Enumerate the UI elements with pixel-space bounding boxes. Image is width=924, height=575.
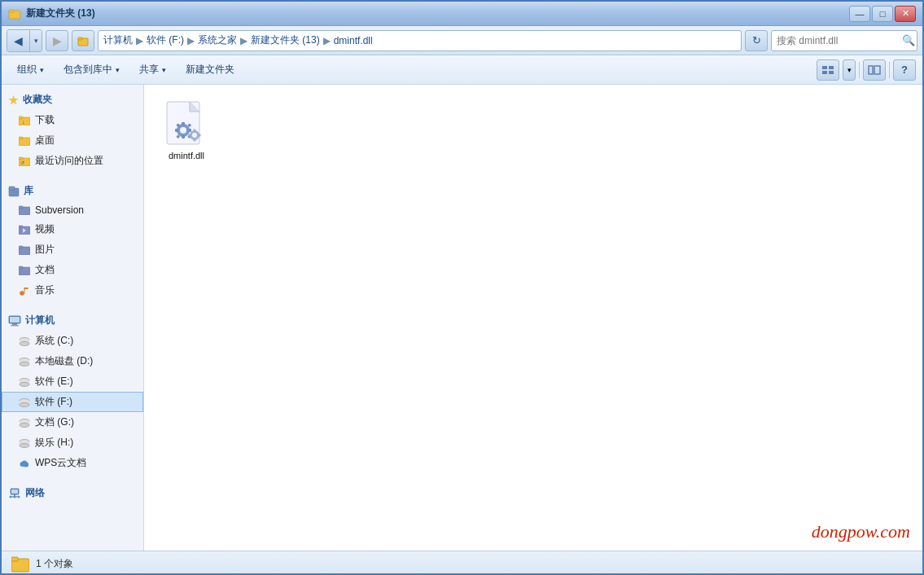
search-bar[interactable]: 🔍 <box>771 30 917 51</box>
video-icon <box>19 225 30 235</box>
e-drive-label: 软件 (E:) <box>35 375 73 388</box>
view-dropdown-button[interactable]: ▾ <box>843 59 856 81</box>
toolbar-divider-1 <box>859 62 860 78</box>
svg-rect-34 <box>12 323 17 325</box>
svg-point-47 <box>20 402 29 406</box>
up-icon <box>77 35 89 46</box>
back-button[interactable]: ◀ <box>7 30 30 51</box>
svg-rect-6 <box>822 71 827 74</box>
document-label: 文档 <box>35 263 55 277</box>
svg-rect-59 <box>11 489 18 494</box>
sidebar-item-c-drive[interactable]: 系统 (C:) <box>2 331 143 351</box>
organize-dropdown-icon: ▾ <box>40 66 44 74</box>
sidebar-item-download[interactable]: ↓ 下载 <box>2 110 143 130</box>
sidebar-item-subversion[interactable]: Subversion <box>2 201 143 219</box>
refresh-button[interactable]: ↻ <box>745 30 768 51</box>
maximize-button[interactable]: □ <box>872 6 893 22</box>
sidebar-item-f-drive[interactable]: 软件 (F:) <box>2 392 143 412</box>
sidebar-item-g-drive[interactable]: 文档 (G:) <box>2 412 143 432</box>
sidebar-item-video[interactable]: 视频 <box>2 219 143 239</box>
pane-toggle-button[interactable] <box>863 59 886 81</box>
breadcrumb-f-drive[interactable]: 软件 (F:) <box>147 33 184 47</box>
sidebar-item-d-drive[interactable]: 本地磁盘 (D:) <box>2 351 143 371</box>
music-icon <box>19 286 30 296</box>
f-drive-icon <box>19 397 30 407</box>
toolbar-right: ▾ ? <box>817 59 916 81</box>
minimize-button[interactable]: — <box>849 6 870 22</box>
sidebar-item-picture[interactable]: 图片 <box>2 239 143 260</box>
svg-rect-80 <box>194 129 196 132</box>
download-folder-icon: ↓ <box>19 116 30 125</box>
computer-section: 计算机 系统 (C:) 本地磁盘 (D:) <box>2 310 143 473</box>
library-header: 库 <box>2 181 143 201</box>
breadcrumb-dll[interactable]: dmintf.dll <box>334 35 373 46</box>
dll-file-icon <box>165 101 208 148</box>
picture-icon <box>19 245 30 255</box>
recent-folder-icon: ↺ <box>19 156 30 166</box>
svg-rect-70 <box>182 122 185 125</box>
sidebar-item-e-drive[interactable]: 软件 (E:) <box>2 371 143 392</box>
sidebar-item-desktop[interactable]: 桌面 <box>2 130 143 151</box>
computer-header: 计算机 <box>2 310 143 331</box>
document-icon <box>19 266 30 275</box>
library-header-icon <box>8 186 20 197</box>
forward-button[interactable]: ▶ <box>46 30 68 51</box>
search-input[interactable] <box>777 35 899 46</box>
view-options-button[interactable] <box>817 59 839 81</box>
watermark: dongpow.com <box>812 521 910 542</box>
svg-point-29 <box>20 291 24 295</box>
sidebar-item-music[interactable]: 音乐 <box>2 280 143 301</box>
breadcrumb-new-folder[interactable]: 新建文件夹 (13) <box>251 33 320 47</box>
wps-label: WPS云文档 <box>35 456 86 470</box>
sidebar-divider-2 <box>2 304 143 310</box>
svg-rect-16 <box>19 157 23 160</box>
sidebar-item-h-drive[interactable]: 娱乐 (H:) <box>2 432 143 453</box>
organize-button[interactable]: 组织 ▾ <box>8 59 53 81</box>
library-label: 库 <box>24 184 33 198</box>
title-controls: — □ ✕ <box>849 6 916 22</box>
music-label: 音乐 <box>35 283 55 297</box>
close-button[interactable]: ✕ <box>895 6 916 22</box>
svg-rect-19 <box>9 187 15 190</box>
svg-point-44 <box>20 382 29 386</box>
breadcrumb-bar[interactable]: 计算机 ▶ 软件 (F:) ▶ 系统之家 ▶ 新建文件夹 (13) ▶ dmin… <box>98 30 742 51</box>
sidebar-divider-1 <box>2 174 143 181</box>
new-folder-button[interactable]: 新建文件夹 <box>177 59 243 81</box>
computer-icon <box>8 315 21 327</box>
h-drive-label: 娱乐 (H:) <box>35 436 73 450</box>
favorites-section: ★ 收藏夹 ↓ 下载 桌面 <box>2 90 143 171</box>
svg-rect-8 <box>869 66 873 74</box>
sidebar-item-recent[interactable]: ↺ 最近访问的位置 <box>2 151 143 171</box>
sidebar-item-document[interactable]: 文档 <box>2 260 143 280</box>
include-dropdown-icon: ▾ <box>116 66 120 74</box>
svg-text:↓: ↓ <box>22 119 25 125</box>
file-item-dmintf[interactable]: dmintf.dll <box>154 94 219 168</box>
search-icon: 🔍 <box>902 34 915 46</box>
g-drive-label: 文档 (G:) <box>35 415 74 429</box>
download-label: 下载 <box>35 113 55 127</box>
h-drive-icon <box>19 438 30 448</box>
window-icon <box>8 7 21 20</box>
g-drive-icon <box>19 418 30 428</box>
status-count: 1 个对象 <box>36 557 73 571</box>
share-label: 共享 <box>139 63 159 77</box>
f-drive-label: 软件 (F:) <box>35 395 72 409</box>
svg-point-41 <box>20 362 29 366</box>
file-name-dmintf: dmintf.dll <box>169 151 204 160</box>
favorites-label: 收藏夹 <box>23 93 52 107</box>
sidebar-item-wps[interactable]: WPS云文档 <box>2 453 143 473</box>
svg-rect-9 <box>874 66 880 74</box>
breadcrumb-xitongzhijia[interactable]: 系统之家 <box>198 33 237 47</box>
network-section: 网络 <box>2 483 143 503</box>
share-dropdown-icon: ▾ <box>162 66 166 74</box>
back-dropdown-button[interactable]: ▾ <box>30 30 42 51</box>
share-button[interactable]: 共享 ▾ <box>130 59 175 81</box>
help-button[interactable]: ? <box>893 59 916 81</box>
breadcrumb-computer[interactable]: 计算机 <box>103 33 133 47</box>
svg-rect-3 <box>78 37 82 40</box>
include-library-button[interactable]: 包含到库中 ▾ <box>55 59 129 81</box>
up-button[interactable] <box>72 30 94 51</box>
content-area: dmintf.dll dongpow.com <box>144 85 922 551</box>
star-icon: ★ <box>8 94 19 107</box>
toolbar: 组织 ▾ 包含到库中 ▾ 共享 ▾ 新建文件夹 ▾ ? <box>2 55 922 85</box>
